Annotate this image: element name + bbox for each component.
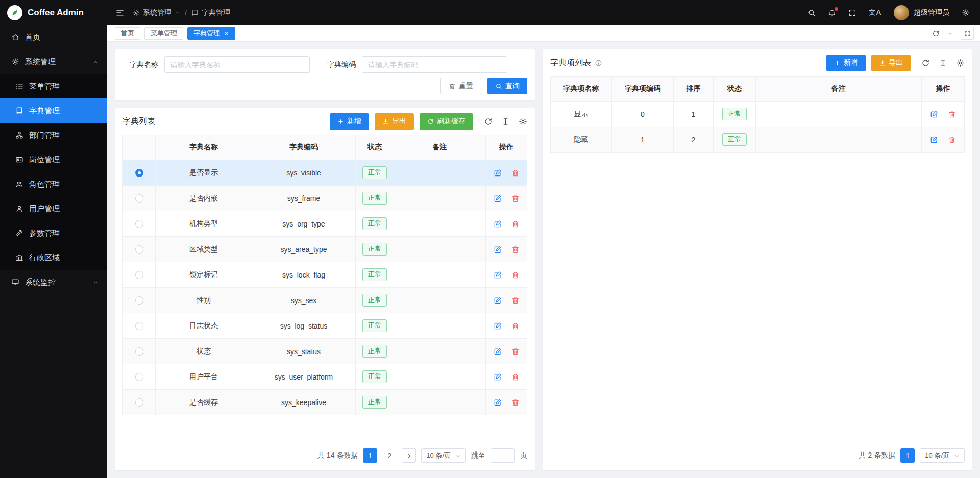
table-row[interactable]: 性别 sys_sex 正常 [123,288,527,313]
edit-icon[interactable] [494,347,502,356]
edit-icon[interactable] [930,136,938,144]
edit-icon[interactable] [494,398,502,407]
page-button-1[interactable]: 1 [900,448,915,463]
info-icon[interactable] [595,59,602,67]
chevron-down-icon[interactable] [947,30,953,37]
row-radio[interactable] [135,398,143,407]
table-settings-icon[interactable] [956,59,965,67]
edit-icon[interactable] [494,322,502,330]
app-logo[interactable]: Coffee Admin [0,0,107,25]
page-size-select[interactable]: 10 条/页 [421,448,466,463]
table-row[interactable]: 区域类型 sys_area_type 正常 [123,237,527,262]
reset-button[interactable]: 重置 [440,78,481,94]
edit-icon[interactable] [494,220,502,228]
sidebar-collapse-icon[interactable] [115,8,125,17]
sidebar-item-system-monitor[interactable]: 系统监控 [0,270,107,294]
delete-icon[interactable] [948,110,956,118]
table-row[interactable]: 隐藏 1 2 正常 [551,127,965,153]
download-icon [879,60,886,66]
column-width-icon[interactable] [939,59,947,67]
page-button-2[interactable]: 2 [382,448,397,463]
row-radio-checked[interactable] [135,169,143,177]
table-row[interactable]: 显示 0 1 正常 [551,102,965,127]
table-row[interactable]: 是否显示 sys_visible 正常 [123,160,527,186]
add-button[interactable]: 新增 [330,113,369,130]
edit-icon[interactable] [930,110,938,118]
sidebar-item-menu-management[interactable]: 菜单管理 [0,74,107,98]
table-settings-icon[interactable] [519,117,527,126]
user-menu[interactable]: 超级管理员 [894,5,949,20]
delete-icon[interactable] [511,322,520,330]
table-row[interactable]: 锁定标记 sys_lock_flag 正常 [123,262,527,288]
query-button[interactable]: 查询 [487,78,527,94]
close-icon[interactable] [224,31,229,36]
refresh-icon[interactable] [932,30,940,37]
page-size-select[interactable]: 10 条/页 [920,448,965,463]
breadcrumb-item-dict[interactable]: 字典管理 [191,8,230,17]
export-button[interactable]: 导出 [375,113,414,130]
refresh-icon[interactable] [484,117,493,126]
fullscreen-icon[interactable] [848,9,856,17]
refresh-cache-button[interactable]: 刷新缓存 [420,113,473,130]
delete-icon[interactable] [511,245,520,254]
row-radio[interactable] [135,347,143,356]
dict-name-input[interactable] [164,56,310,73]
sidebar-item-admin-region[interactable]: 行政区域 [0,245,107,270]
table-row[interactable]: 状态 sys_status 正常 [123,339,527,364]
delete-icon[interactable] [511,194,520,203]
tab-home[interactable]: 首页 [115,27,140,40]
delete-icon[interactable] [511,169,520,177]
row-radio[interactable] [135,322,143,330]
edit-icon[interactable] [494,373,502,381]
delete-icon[interactable] [511,296,520,305]
tab-dict-management[interactable]: 字典管理 [187,27,235,40]
table-row[interactable]: 机构类型 sys_org_type 正常 [123,211,527,237]
edit-icon[interactable] [494,169,502,177]
bell-icon[interactable] [828,9,836,17]
sidebar-item-system-management[interactable]: 系统管理 [0,49,107,74]
delete-icon[interactable] [511,220,520,228]
sidebar-item-user-management[interactable]: 用户管理 [0,196,107,221]
table-row[interactable]: 是否内嵌 sys_frame 正常 [123,186,527,211]
next-page-button[interactable] [402,448,416,463]
refresh-icon[interactable] [921,59,930,67]
row-radio[interactable] [135,271,143,279]
table-row[interactable]: 是否缓存 sys_keepalive 正常 [123,390,527,415]
delete-icon[interactable] [511,271,520,279]
sidebar-item-role-management[interactable]: 角色管理 [0,172,107,196]
sidebar-item-param-management[interactable]: 参数管理 [0,221,107,245]
sidebar-item-post-management[interactable]: 岗位管理 [0,147,107,172]
breadcrumb-item-system[interactable]: 系统管理 [133,8,180,17]
search-icon[interactable] [807,9,816,17]
table-row[interactable]: 日志状态 sys_log_status 正常 [123,313,527,339]
delete-icon[interactable] [948,136,956,144]
delete-icon[interactable] [511,347,520,356]
edit-icon[interactable] [494,296,502,305]
dict-code-input[interactable] [362,56,507,73]
export-items-button[interactable]: 导出 [871,55,911,71]
sidebar-item-home[interactable]: 首页 [0,25,107,49]
status-badge: 正常 [362,192,387,205]
row-radio[interactable] [135,220,143,228]
delete-icon[interactable] [511,398,520,407]
chevron-down-icon [954,453,960,459]
jump-page-input[interactable] [491,448,515,463]
row-radio[interactable] [135,296,143,305]
content-fullscreen-icon[interactable] [961,27,974,40]
edit-icon[interactable] [494,245,502,254]
settings-gear-icon[interactable] [962,9,970,17]
table-row[interactable]: 用户平台 sys_user_platform 正常 [123,364,527,390]
row-radio[interactable] [135,373,143,381]
edit-icon[interactable] [494,194,502,203]
sidebar-item-dict-management[interactable]: 字典管理 [0,98,107,123]
translate-icon[interactable]: 文A [869,8,881,17]
column-width-icon[interactable] [501,117,510,126]
row-radio[interactable] [135,194,143,203]
page-button-1[interactable]: 1 [363,448,377,463]
row-radio[interactable] [135,245,143,254]
delete-icon[interactable] [511,373,520,381]
sidebar-item-dept-management[interactable]: 部门管理 [0,123,107,147]
add-item-button[interactable]: 新增 [826,55,866,71]
tab-menu-management[interactable]: 菜单管理 [144,27,183,40]
edit-icon[interactable] [494,271,502,279]
